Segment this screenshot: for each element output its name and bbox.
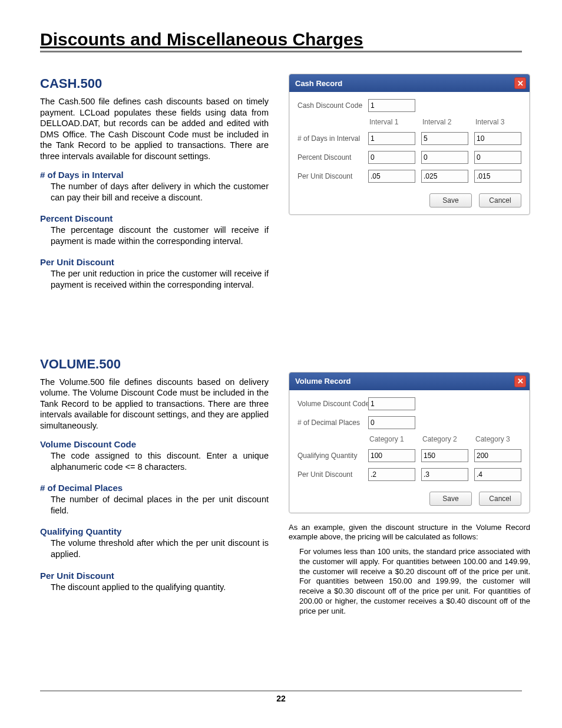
cash-field-perunit-desc: The per unit reduction in price the cust… — [51, 268, 269, 290]
volume-record-dialog: Volume Record ✕ Volume Discount Code # o… — [289, 372, 530, 513]
volume-dialog-title: Volume Record — [295, 377, 351, 386]
close-icon[interactable]: ✕ — [514, 375, 526, 387]
vol-field-qty-title: Qualifying Quantity — [40, 526, 269, 536]
vol-field-code-title: Volume Discount Code — [40, 439, 269, 449]
cash-heading: CASH.500 — [40, 76, 269, 91]
cash-field-days-desc: The number of days after delivery in whi… — [51, 181, 269, 203]
vol-dec-label: # of Decimal Places — [297, 419, 362, 427]
volume-heading: VOLUME.500 — [40, 357, 269, 372]
vol-code-label: Volume Discount Code — [297, 400, 362, 408]
vol-qty-label: Qualifying Quantity — [297, 452, 362, 460]
cash-percent-1-input[interactable] — [368, 151, 415, 164]
cash-field-percent-desc: The percentage discount the customer wil… — [51, 225, 269, 246]
volume-cancel-button[interactable]: Cancel — [479, 492, 521, 506]
vol-field-qty-desc: The volume threshold after which the per… — [51, 538, 269, 559]
cash-perunit-2-input[interactable] — [421, 170, 468, 183]
cash-dialog-title: Cash Record — [295, 79, 342, 88]
volume-example-intro: As an example, given the discount struct… — [289, 523, 530, 542]
close-icon[interactable]: ✕ — [514, 77, 526, 89]
cash-percent-3-input[interactable] — [474, 151, 521, 164]
vol-field-dec-desc: The number of decimal places in the per … — [51, 494, 269, 516]
volume-example-body: For volumes less than 100 units, the sta… — [299, 547, 530, 617]
volume-save-button[interactable]: Save — [429, 492, 472, 506]
vol-qty-2-input[interactable] — [421, 449, 468, 462]
cash-perunit-3-input[interactable] — [474, 170, 521, 183]
vol-perunit-1-input[interactable] — [368, 468, 415, 481]
cash-percent-label: Percent Discount — [297, 153, 362, 162]
vol-qty-1-input[interactable] — [368, 449, 415, 462]
cash-intro: The Cash.500 file defines cash discounts… — [40, 96, 269, 162]
cash-col-3: Interval 3 — [474, 118, 521, 126]
vol-dec-input[interactable] — [368, 416, 415, 429]
vol-field-perunit-title: Per Unit Discount — [40, 571, 269, 581]
cash-cancel-button[interactable]: Cancel — [479, 193, 521, 207]
vol-col-3: Category 3 — [474, 435, 521, 443]
cash-col-1: Interval 1 — [368, 118, 415, 126]
vol-perunit-label: Per Unit Discount — [297, 470, 362, 479]
cash-perunit-1-input[interactable] — [368, 170, 415, 183]
page-title: Discounts and Miscellaneous Charges — [40, 29, 522, 52]
vol-field-perunit-desc: The discount applied to the qualifying q… — [51, 582, 269, 593]
cash-code-label: Cash Discount Code — [297, 101, 362, 110]
volume-intro: The Volume.500 file defines discounts ba… — [40, 377, 269, 431]
cash-field-days-title: # of Days in Interval — [40, 170, 269, 180]
vol-perunit-3-input[interactable] — [474, 468, 521, 481]
cash-field-perunit-title: Per Unit Discount — [40, 257, 269, 267]
cash-perunit-label: Per Unit Discount — [297, 172, 362, 180]
vol-qty-3-input[interactable] — [474, 449, 521, 462]
vol-col-1: Category 1 — [368, 435, 415, 443]
vol-col-2: Category 2 — [421, 435, 468, 443]
vol-field-code-desc: The code assigned to this discount. Ente… — [51, 450, 269, 472]
cash-record-dialog: Cash Record ✕ Cash Discount Code Interva… — [289, 74, 530, 215]
cash-code-input[interactable] — [368, 99, 415, 112]
cash-field-percent-title: Percent Discount — [40, 213, 269, 223]
cash-percent-2-input[interactable] — [421, 151, 468, 164]
vol-code-input[interactable] — [368, 397, 415, 410]
vol-perunit-2-input[interactable] — [421, 468, 468, 481]
cash-col-2: Interval 2 — [421, 118, 468, 126]
cash-days-2-input[interactable] — [421, 132, 468, 145]
vol-field-dec-title: # of Decimal Places — [40, 483, 269, 493]
cash-save-button[interactable]: Save — [429, 193, 472, 207]
page-number: 22 — [40, 690, 522, 703]
cash-days-label: # of Days in Interval — [297, 134, 362, 143]
cash-days-1-input[interactable] — [368, 132, 415, 145]
cash-days-3-input[interactable] — [474, 132, 521, 145]
